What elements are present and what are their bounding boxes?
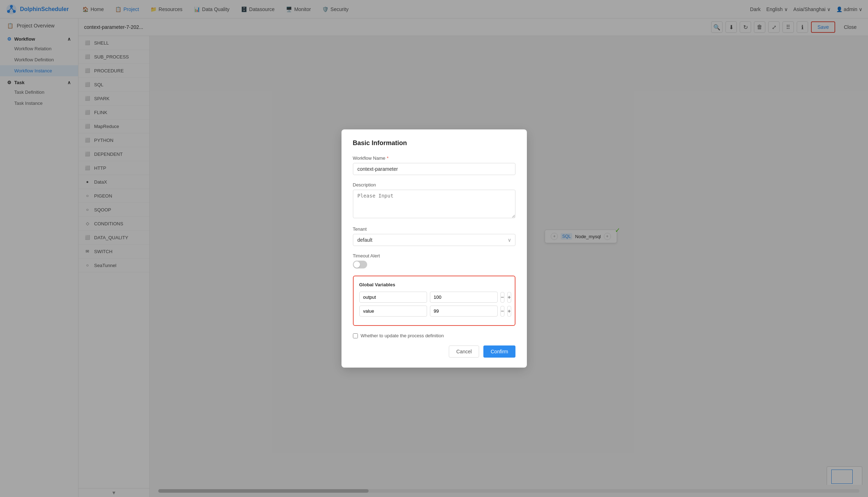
- timeout-alert-label: Timeout Alert: [353, 253, 515, 258]
- global-variables-box: Global Variables − + − +: [353, 276, 515, 326]
- toggle-knob: [354, 261, 360, 268]
- description-textarea[interactable]: [353, 190, 515, 218]
- required-mark: *: [387, 155, 389, 161]
- description-group: Description: [353, 182, 515, 219]
- tenant-select-wrapper: default: [353, 234, 515, 246]
- modal-title: Basic Information: [353, 139, 515, 147]
- timeout-alert-group: Timeout Alert: [353, 253, 515, 268]
- description-label: Description: [353, 182, 515, 188]
- update-checkbox-row: Whether to update the process definition: [353, 333, 515, 338]
- basic-info-modal: Basic Information Workflow Name * Descri…: [341, 129, 527, 368]
- timeout-toggle-wrap: [353, 261, 515, 268]
- var-remove-button-0[interactable]: −: [500, 292, 504, 303]
- workflow-name-label: Workflow Name *: [353, 155, 515, 161]
- tenant-group: Tenant default: [353, 226, 515, 246]
- cancel-button[interactable]: Cancel: [449, 345, 479, 358]
- update-checkbox-label: Whether to update the process definition: [361, 333, 444, 338]
- var-value-input-1[interactable]: [430, 306, 498, 317]
- workflow-name-group: Workflow Name *: [353, 155, 515, 175]
- var-add-button-1[interactable]: +: [507, 306, 511, 317]
- var-value-input-0[interactable]: [430, 292, 498, 303]
- var-key-input-0[interactable]: [359, 292, 427, 303]
- modal-footer: Cancel Confirm: [353, 345, 515, 358]
- variable-row-1: − +: [359, 306, 509, 317]
- confirm-button[interactable]: Confirm: [483, 345, 515, 358]
- modal-overlay[interactable]: Basic Information Workflow Name * Descri…: [0, 0, 868, 497]
- workflow-name-input[interactable]: [353, 163, 515, 175]
- var-key-input-1[interactable]: [359, 306, 427, 317]
- timeout-toggle[interactable]: [353, 261, 367, 268]
- tenant-label: Tenant: [353, 226, 515, 232]
- var-remove-button-1[interactable]: −: [500, 306, 504, 317]
- global-variables-title: Global Variables: [359, 282, 509, 287]
- variable-row-0: − +: [359, 292, 509, 303]
- update-checkbox[interactable]: [353, 333, 358, 338]
- var-add-button-0[interactable]: +: [507, 292, 511, 303]
- tenant-select[interactable]: default: [353, 234, 515, 246]
